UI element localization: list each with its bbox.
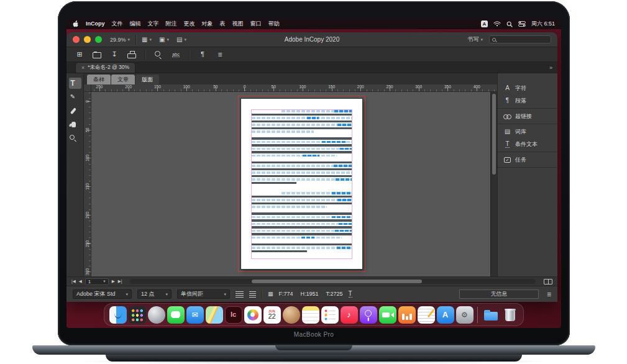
screen-mode-control[interactable] bbox=[159, 37, 169, 43]
panel-item-assignments[interactable]: 任务 bbox=[498, 153, 557, 166]
find-icon[interactable] bbox=[154, 50, 163, 60]
menu-item[interactable]: 帮助 bbox=[268, 21, 280, 27]
control-bar-menu-icon[interactable]: ≡ bbox=[547, 291, 551, 298]
dock-icon-finder[interactable] bbox=[109, 306, 127, 324]
menubar-clock[interactable]: 周六 6:51 bbox=[531, 21, 555, 27]
menu-item[interactable]: 文件 bbox=[112, 21, 123, 27]
print-icon[interactable] bbox=[127, 50, 136, 60]
dock-icon-maps[interactable] bbox=[206, 306, 223, 324]
zoom-tool[interactable] bbox=[69, 132, 81, 143]
dock-icon-appstore[interactable]: A bbox=[437, 306, 454, 324]
dock-icon-downloads-folder[interactable] bbox=[482, 306, 500, 324]
tab-close-icon[interactable]: × bbox=[81, 65, 85, 71]
menu-item[interactable]: 附注 bbox=[166, 21, 177, 27]
dock-icon-podcasts[interactable] bbox=[360, 306, 377, 324]
dock-icon-mail[interactable]: ✉ bbox=[186, 306, 204, 324]
document-tab[interactable]: × *未命名-2 @ 30% bbox=[75, 62, 135, 73]
spellcheck-icon[interactable] bbox=[172, 50, 180, 60]
menu-item[interactable]: 编辑 bbox=[130, 21, 141, 27]
dock-icon-tan-app[interactable] bbox=[283, 306, 300, 324]
menu-item[interactable]: 表 bbox=[220, 21, 226, 27]
view-options-control[interactable] bbox=[142, 37, 152, 43]
close-button[interactable] bbox=[73, 36, 80, 43]
font-family-value: Adobe 宋体 Std bbox=[76, 291, 116, 297]
ruler-label: 200 bbox=[85, 212, 89, 219]
dock-icon-launchpad[interactable] bbox=[129, 306, 146, 324]
spotlight-search-icon[interactable] bbox=[506, 21, 513, 27]
eyedropper-tool[interactable] bbox=[69, 105, 81, 116]
panel-item-hyperlinks[interactable]: 超链接 bbox=[498, 110, 557, 122]
view-tab[interactable]: 条样 bbox=[87, 75, 111, 84]
dock-icon-text: ✉ bbox=[191, 311, 198, 319]
minimize-button[interactable] bbox=[84, 36, 91, 43]
menu-item[interactable]: 窗口 bbox=[250, 21, 262, 27]
save-icon[interactable] bbox=[110, 50, 119, 60]
panel-item-thesaurus[interactable]: 词库 bbox=[498, 125, 557, 138]
vertical-scrollbar[interactable] bbox=[490, 92, 497, 276]
dock-icon-textedit[interactable] bbox=[418, 306, 435, 324]
show-hidden-icon[interactable] bbox=[198, 50, 207, 60]
panel-item-character[interactable]: 字符 bbox=[498, 82, 557, 94]
control-center-icon[interactable] bbox=[518, 21, 526, 27]
page-nav-button[interactable]: ◀ bbox=[79, 279, 82, 284]
vertical-scrollbar-thumb[interactable] bbox=[492, 94, 496, 175]
hand-tool[interactable] bbox=[69, 119, 81, 130]
dock-icon-calendar[interactable]: JUN22 bbox=[263, 306, 281, 324]
arrange-documents-icon bbox=[176, 37, 182, 43]
new-icon[interactable] bbox=[75, 50, 84, 60]
page-nav-button[interactable]: ▶ bbox=[112, 279, 115, 284]
type-tool[interactable] bbox=[69, 78, 81, 89]
search-input[interactable] bbox=[489, 35, 551, 43]
dock-divider bbox=[477, 307, 478, 323]
text-line bbox=[252, 243, 352, 246]
dock-icon-trash[interactable] bbox=[501, 306, 519, 324]
menu-item[interactable]: 对象 bbox=[202, 21, 213, 27]
view-tab[interactable]: 文章 bbox=[111, 75, 135, 84]
paragraph-lines-icon[interactable] bbox=[236, 291, 244, 298]
horizontal-scrollbar-thumb[interactable] bbox=[252, 280, 422, 283]
panel-collapse-icon[interactable]: » bbox=[549, 65, 552, 71]
dock-icon-photos[interactable] bbox=[244, 306, 262, 324]
view-tab[interactable]: 版面 bbox=[135, 75, 159, 84]
dock-icon-incopy[interactable]: Ic bbox=[225, 306, 242, 324]
panel-item-paragraph[interactable]: 段落 bbox=[498, 94, 557, 107]
dock-icon-gray-app[interactable] bbox=[148, 306, 165, 324]
menu-item[interactable]: 视图 bbox=[232, 21, 244, 27]
leading-select[interactable]: 单倍间距 bbox=[177, 289, 230, 299]
menu-icon[interactable] bbox=[216, 50, 224, 60]
alignment-lines-icon[interactable] bbox=[249, 291, 256, 298]
pasteboard[interactable] bbox=[91, 92, 490, 276]
menu-item[interactable]: 更改 bbox=[184, 21, 195, 27]
apple-menu-icon[interactable] bbox=[73, 20, 79, 28]
panel-dock: 字符段落超链接词库条件文本任务 bbox=[497, 73, 557, 276]
note-tool[interactable] bbox=[69, 91, 81, 102]
menubar-app-name[interactable]: InCopy bbox=[86, 21, 105, 27]
dock-icon-reminders[interactable] bbox=[321, 306, 339, 324]
dock-icon-facetime[interactable] bbox=[379, 306, 396, 324]
fullscreen-button[interactable] bbox=[95, 36, 102, 43]
panel-item-conditional-text[interactable]: 条件文本 bbox=[498, 138, 557, 150]
workspace-switcher[interactable]: 书写 bbox=[467, 35, 483, 43]
dock-icon-messages[interactable] bbox=[167, 306, 185, 324]
open-icon[interactable] bbox=[93, 50, 101, 60]
font-family-select[interactable]: Adobe 宋体 Std bbox=[73, 289, 132, 299]
zoom-level-dropdown[interactable]: 29.9% bbox=[110, 37, 130, 43]
dock-icon-notes[interactable] bbox=[302, 306, 319, 324]
dock-icon-music[interactable]: ♪ bbox=[341, 306, 358, 324]
arrange-documents-control[interactable] bbox=[176, 37, 186, 43]
horizontal-scrollbar[interactable] bbox=[130, 279, 536, 284]
view-options-icon bbox=[142, 37, 147, 43]
input-source-icon[interactable]: A bbox=[481, 20, 488, 27]
wifi-icon[interactable] bbox=[493, 21, 501, 27]
page-text-rows bbox=[252, 110, 352, 253]
menu-item[interactable]: 文字 bbox=[148, 21, 159, 27]
dock-icon-settings[interactable]: ⚙ bbox=[456, 306, 474, 324]
document-page[interactable] bbox=[240, 98, 363, 270]
highlighted-text bbox=[332, 192, 352, 194]
pages-spread-icon[interactable] bbox=[544, 279, 552, 284]
dock-icon-charts-app[interactable] bbox=[398, 306, 416, 324]
font-size-select[interactable]: 12 点 bbox=[137, 289, 172, 299]
page-nav-button[interactable]: ▶| bbox=[118, 279, 122, 284]
page-nav-button[interactable]: |◀ bbox=[71, 279, 76, 284]
page-number-dropdown[interactable]: 1 bbox=[85, 278, 109, 285]
